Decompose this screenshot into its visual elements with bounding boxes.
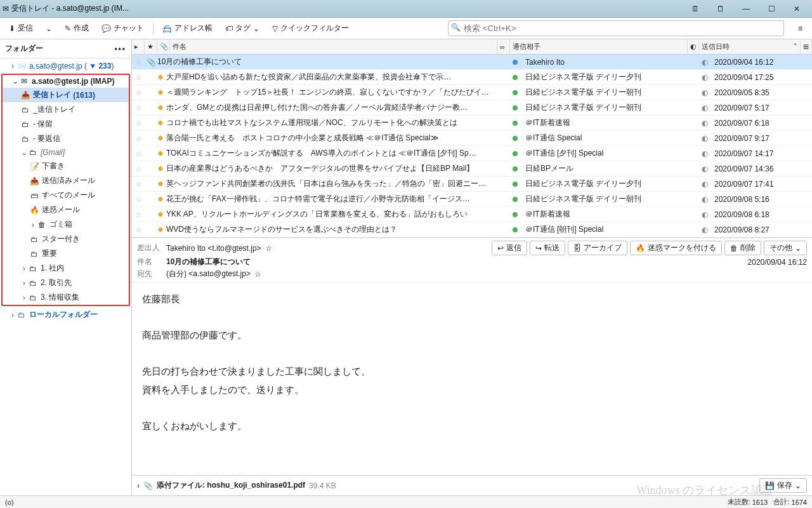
folder-gmail[interactable]: ⌄🗀[Gmail]	[3, 146, 129, 159]
delete-button[interactable]: 🗑 削除	[724, 241, 761, 255]
col-subject[interactable]: 件名	[170, 39, 497, 54]
calendar-icon[interactable]: 🗓	[683, 1, 708, 17]
account-2[interactable]: ⌄✉ a.sato@gtest.jp (IMAP)	[3, 75, 129, 88]
minimize-button[interactable]: —	[733, 1, 759, 17]
col-read[interactable]: ∞	[497, 39, 510, 54]
compose-button[interactable]: ✎作成	[61, 20, 93, 36]
message-row[interactable]: ☆✸英ヘッジファンド共同創業者の浅井氏「日本は自ら強みを失った」／特急の「密」回…	[132, 177, 812, 192]
folder-internal[interactable]: ›🗀1. 社内	[3, 261, 129, 276]
receive-button[interactable]: ⬇受信	[5, 20, 37, 36]
star-icon[interactable]: ☆	[132, 164, 145, 173]
forward-button[interactable]: ↪ 転送	[530, 241, 565, 255]
folder-starred[interactable]: 🗀スター付き	[3, 232, 129, 246]
close-button[interactable]: ✕	[784, 1, 809, 17]
junk-indicator[interactable]: ◐	[699, 88, 710, 97]
junk-indicator[interactable]: ◐	[699, 119, 710, 128]
folder-drafts[interactable]: 📝下書き	[3, 159, 129, 173]
col-attachment[interactable]: 📎	[157, 39, 170, 54]
star-icon[interactable]: ☆	[132, 195, 145, 204]
col-picker[interactable]: ⊞	[801, 39, 812, 54]
tasks-icon[interactable]: 🗒	[708, 1, 733, 17]
folder-sent[interactable]: 📤送信済みメール	[3, 173, 129, 188]
read-indicator[interactable]	[509, 58, 521, 67]
star-icon[interactable]: ☆	[132, 104, 145, 112]
message-row[interactable]: ☆✸TOKAIコミュニケーションズが解説する AWS導入のポイントとは ≪＠IT…	[132, 146, 812, 161]
col-date[interactable]: 送信日時˄	[699, 39, 801, 54]
message-row[interactable]: ☆✸落合陽一氏と考える ポストコロナの中小企業と成長戦略 ≪＠IT通信 Spec…	[132, 131, 812, 146]
star-icon[interactable]: ☆	[132, 180, 145, 189]
local-folders[interactable]: ›🗀ローカルフォルダー	[0, 307, 131, 322]
archive-button[interactable]: 🗄 アーカイブ	[568, 241, 627, 255]
attachment-name[interactable]: 添付ファイル: hoshu_koji_oshirase01.pdf	[157, 480, 305, 491]
junk-indicator[interactable]: ◐	[699, 58, 710, 67]
folder-allmail[interactable]: 🗃すべてのメール	[3, 188, 129, 203]
message-row[interactable]: ☆✸花王が挑む「FAX一掃作戦」、コロナ特需で電子化は逆行／小野寺元防衛相「イー…	[132, 192, 812, 207]
maximize-button[interactable]: ☐	[759, 1, 784, 17]
star-icon[interactable]: ☆	[132, 88, 145, 97]
folder-trash[interactable]: ›🗑ゴミ箱	[3, 217, 129, 232]
junk-indicator[interactable]: ◐	[699, 149, 710, 158]
star-icon[interactable]: ☆	[254, 270, 261, 279]
star-icon[interactable]: ☆	[265, 244, 272, 253]
read-indicator[interactable]	[509, 195, 521, 204]
addressbook-button[interactable]: 📇アドレス帳	[159, 20, 216, 36]
folder-spam[interactable]: 🔥迷惑メール	[3, 203, 129, 217]
star-icon[interactable]: ☆	[132, 58, 145, 67]
junk-indicator[interactable]: ◐	[699, 195, 710, 204]
message-row[interactable]: ☆✸＜週間ランキング トップ15＞社長！ エンジンの終焉、寂しくないですか？／「…	[132, 85, 812, 100]
read-indicator[interactable]	[509, 88, 521, 97]
search-input[interactable]	[448, 20, 784, 36]
sidebar-menu-button[interactable]: •••	[114, 44, 126, 53]
read-indicator[interactable]	[509, 119, 521, 128]
message-row[interactable]: ☆📎10月の補修工事についてTakehiro Ito◐2020/09/04 16…	[132, 55, 812, 70]
folder-info[interactable]: ›🗀3. 情報収集	[3, 290, 129, 305]
quickfilter-button[interactable]: ▽クイックフィルター	[268, 20, 353, 36]
reply-button[interactable]: ↩ 返信	[492, 241, 527, 255]
account-1[interactable]: ›📨 a.sato@gtest.jp ( ▼ 233)	[0, 60, 131, 72]
message-row[interactable]: ☆✸コロナ禍でも出社マストなシステム運用現場／NOC、フルリモート化への解決策と…	[132, 116, 812, 131]
junk-indicator[interactable]: ◐	[699, 180, 710, 189]
junk-indicator[interactable]: ◐	[699, 164, 710, 173]
expand-attachments[interactable]: ›	[137, 481, 140, 490]
star-icon[interactable]: ☆	[132, 119, 145, 128]
junk-indicator[interactable]: ◐	[699, 225, 710, 234]
star-icon[interactable]: ☆	[132, 210, 145, 219]
read-indicator[interactable]	[509, 225, 521, 234]
junk-button[interactable]: 🔥 迷惑マークを付ける	[630, 241, 722, 255]
star-icon[interactable]: ☆	[132, 73, 145, 82]
read-indicator[interactable]	[509, 134, 521, 143]
read-indicator[interactable]	[509, 149, 521, 158]
read-indicator[interactable]	[509, 73, 521, 82]
receive-menu[interactable]: ⌄	[42, 22, 56, 36]
folder-needreply[interactable]: 🗀- 要返信	[3, 131, 129, 146]
message-row[interactable]: ☆✸WVD使うならフルマネージドのサービスを選ぶべきその理由とは？＠IT通信 […	[132, 222, 812, 237]
message-row[interactable]: ☆✸大戸屋HDを追い詰める新たな投資家／武田薬品の大衆薬事業、投資会社傘下で示……	[132, 70, 812, 85]
col-star[interactable]: ★	[145, 39, 157, 54]
junk-indicator[interactable]: ◐	[699, 104, 710, 112]
message-row[interactable]: ☆✸YKK AP、リクルートホールディングスの「日常業務を変える、変わる」話がお…	[132, 207, 812, 222]
read-indicator[interactable]	[509, 180, 521, 189]
message-row[interactable]: ☆✸日本の産業界はどうあるべきか アフターデジタルの世界をサバイブせよ【日経BP…	[132, 161, 812, 177]
folder-inbox[interactable]: 📥 受信トレイ (1613)	[3, 88, 129, 102]
col-correspondent[interactable]: 通信相手	[510, 39, 688, 54]
app-menu-button[interactable]: ≡	[794, 22, 807, 36]
read-indicator[interactable]	[509, 104, 521, 112]
tag-button[interactable]: 🏷タグ ⌄	[221, 20, 263, 36]
star-icon[interactable]: ☆	[132, 134, 145, 143]
other-button[interactable]: その他 ⌄	[764, 241, 807, 255]
folder-important[interactable]: 🗀重要	[3, 246, 129, 261]
sync-icon[interactable]: (o)	[5, 498, 13, 506]
junk-indicator[interactable]: ◐	[699, 73, 710, 82]
chat-button[interactable]: 💬チャット	[98, 20, 148, 36]
folder-outbox[interactable]: 🗀_送信トレイ	[3, 102, 129, 117]
message-row[interactable]: ☆✸ホンダ、GMとの提携は日産押し付けた国への答弁書／ノーベル賞経済学者バナジー…	[132, 100, 812, 116]
junk-indicator[interactable]: ◐	[699, 210, 710, 219]
star-icon[interactable]: ☆	[132, 225, 145, 234]
star-icon[interactable]: ☆	[132, 149, 145, 158]
read-indicator[interactable]	[509, 210, 521, 219]
col-junk[interactable]: ◐	[688, 39, 699, 54]
junk-indicator[interactable]: ◐	[699, 134, 710, 143]
col-thread[interactable]: ▸	[132, 39, 145, 54]
folder-hold[interactable]: 🗀- 保留	[3, 117, 129, 131]
folder-partners[interactable]: ›🗀2. 取引先	[3, 276, 129, 290]
